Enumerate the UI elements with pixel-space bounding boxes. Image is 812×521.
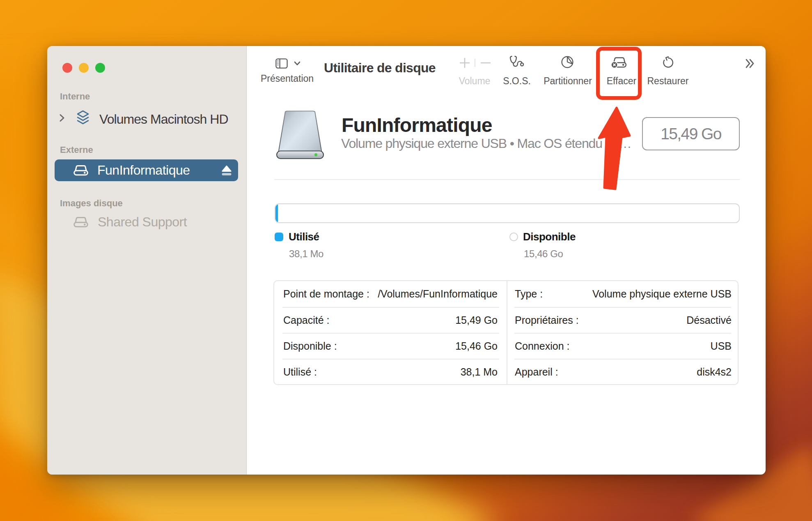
row-label: Utilisé :	[283, 366, 317, 378]
content-pane: Présentation Utilitaire de disque Volume…	[247, 46, 766, 475]
table-row: Point de montage : /Volumes/FunInformati…	[283, 281, 498, 307]
row-label: Type :	[515, 288, 543, 300]
sidebar-item-label[interactable]: Volumes Macintosh HD	[99, 113, 228, 126]
row-value: disk4s2	[697, 366, 732, 378]
disclosure-chevron-icon[interactable]	[59, 114, 65, 122]
sidebar-item-macintosh-hd[interactable]: Volumes Macintosh HD	[47, 111, 247, 125]
sidebar: Interne Volumes Macintosh HD Externe Fun…	[47, 46, 247, 475]
free-swatch	[509, 233, 518, 241]
row-value: 15,46 Go	[455, 340, 498, 352]
table-row: Utilisé : 38,1 Mo	[283, 359, 498, 385]
size-badge: 15,49 Go	[642, 117, 740, 150]
row-label: Appareil :	[515, 366, 558, 378]
table-row: Type : Volume physique externe USB	[515, 281, 732, 307]
row-separator	[282, 333, 499, 334]
table-row: Appareil : disk4s2	[515, 359, 732, 385]
disk-utility-window: Interne Volumes Macintosh HD Externe Fun…	[47, 46, 766, 475]
layers-icon	[77, 110, 89, 126]
restore-button[interactable]: Restaurer	[646, 55, 695, 85]
chevron-down-icon	[294, 61, 300, 66]
external-drive-icon	[73, 216, 88, 228]
external-drive-image	[276, 110, 324, 159]
table-row: Propriétaires : Désactivé	[515, 307, 732, 333]
sidebar-item-shared-support[interactable]: Shared Support	[47, 215, 247, 230]
sidebar-section-images-disque: Images disque	[60, 199, 123, 208]
sos-button[interactable]: S.O.S.	[503, 55, 532, 85]
row-value: 38,1 Mo	[461, 366, 498, 378]
window-title: Utilitaire de disque	[324, 61, 436, 74]
table-column-divider	[507, 281, 507, 384]
capacity-bar	[275, 203, 740, 223]
sos-label: S.O.S.	[503, 76, 531, 86]
free-label: Disponible	[523, 231, 576, 242]
zoom-button[interactable]	[95, 63, 105, 73]
capacity-bar-used	[275, 204, 278, 222]
volume-title: FunInformatique	[342, 115, 492, 135]
external-drive-icon	[73, 164, 88, 176]
row-value: /Volumes/FunInformatique	[378, 288, 498, 300]
table-row: Capacité : 15,49 Go	[283, 307, 498, 333]
row-separator	[514, 359, 731, 360]
table-row: Disponible : 15,46 Go	[283, 333, 498, 359]
hero-divider	[274, 179, 740, 180]
row-separator	[282, 359, 499, 360]
partition-button[interactable]: Partitionner	[539, 55, 596, 85]
restore-icon	[662, 56, 674, 68]
presentation-button[interactable]: Présentation	[274, 57, 328, 85]
restore-label: Restaurer	[647, 76, 689, 86]
sidebar-section-interne: Interne	[60, 92, 90, 101]
volume-button: Volume	[460, 57, 493, 85]
row-label: Propriétaires :	[515, 314, 579, 326]
row-value: USB	[711, 340, 732, 352]
volume-subtitle: Volume physique externe USB • Mac OS éte…	[341, 136, 633, 151]
table-row: Connexion : USB	[515, 333, 732, 359]
row-value: 15,49 Go	[455, 314, 498, 326]
eject-icon[interactable]	[221, 165, 232, 175]
sidebar-toggle-icon	[275, 58, 288, 69]
row-label: Capacité :	[283, 314, 330, 326]
sidebar-item-label[interactable]: FunInformatique	[97, 164, 190, 177]
sidebar-section-externe: Externe	[60, 145, 93, 154]
used-swatch	[275, 233, 283, 241]
used-value: 38,1 Mo	[289, 249, 323, 259]
row-separator	[282, 307, 499, 308]
row-value: Désactivé	[686, 314, 732, 326]
row-label: Connexion :	[515, 340, 569, 352]
partition-label: Partitionner	[544, 76, 592, 86]
sidebar-item-funinformatique[interactable]: FunInformatique	[55, 159, 238, 181]
row-separator	[514, 307, 731, 308]
sidebar-item-label[interactable]: Shared Support	[98, 215, 187, 228]
info-table: Point de montage : /Volumes/FunInformati…	[273, 280, 739, 385]
pie-chart-icon	[561, 56, 573, 68]
free-value: 15,46 Go	[524, 249, 563, 259]
volume-label: Volume	[459, 76, 491, 86]
used-label: Utilisé	[289, 231, 319, 242]
add-remove-volume-icon	[460, 58, 491, 68]
stethoscope-icon	[509, 55, 524, 68]
close-button[interactable]	[62, 63, 72, 73]
row-value: Volume physique externe USB	[592, 288, 732, 300]
presentation-label: Présentation	[261, 74, 314, 83]
row-separator	[514, 333, 731, 334]
more-toolbar-items-icon[interactable]	[745, 59, 755, 68]
annotation-highlight-box	[596, 47, 642, 100]
row-label: Disponible :	[283, 340, 337, 352]
minimize-button[interactable]	[79, 63, 89, 73]
row-label: Point de montage :	[283, 288, 369, 300]
